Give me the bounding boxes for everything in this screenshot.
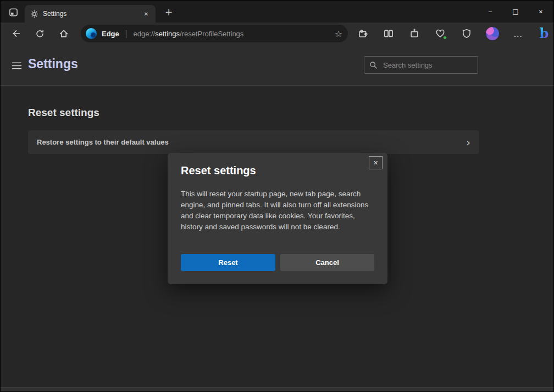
titlebar: Settings ✕ + ─ □ ✕ <box>1 1 553 23</box>
split-screen-icon <box>384 29 394 38</box>
refresh-button[interactable] <box>33 27 46 40</box>
search-icon <box>369 61 378 69</box>
dialog-title: Reset settings <box>181 164 256 177</box>
copilot-icon: b <box>540 27 549 40</box>
browser-window: Settings ✕ + ─ □ ✕ <box>0 0 554 392</box>
address-bar[interactable]: Edge | edge://settings/resetProfileSetti… <box>81 25 348 42</box>
restore-settings-label: Restore settings to their default values <box>37 138 466 146</box>
browser-essentials-button[interactable] <box>433 26 447 41</box>
security-button[interactable] <box>459 26 474 41</box>
extensions-icon <box>358 29 368 38</box>
avatar <box>486 27 499 40</box>
favorite-star-button[interactable]: ☆ <box>335 29 342 39</box>
essentials-status-dot <box>443 36 447 40</box>
settings-header: Settings <box>1 45 553 86</box>
extensions-button[interactable] <box>356 26 370 41</box>
collections-icon <box>409 29 419 38</box>
cancel-button[interactable]: Cancel <box>280 254 374 271</box>
home-button[interactable] <box>57 27 70 40</box>
chevron-right-icon: › <box>466 137 470 148</box>
section-title: Reset settings <box>28 107 99 119</box>
settings-search-input[interactable] <box>382 60 481 70</box>
split-screen-button[interactable] <box>381 26 396 41</box>
shield-icon <box>462 29 472 38</box>
window-bottom-edge <box>1 387 553 391</box>
new-tab-button[interactable]: + <box>162 5 175 19</box>
page-title: Settings <box>28 57 78 71</box>
profile-button[interactable] <box>485 26 500 41</box>
hamburger-icon <box>12 62 22 70</box>
edge-logo-icon <box>86 28 97 39</box>
more-menu-button[interactable]: … <box>511 26 525 41</box>
back-button[interactable] <box>9 27 23 40</box>
back-icon <box>11 29 21 38</box>
close-button[interactable]: ✕ <box>528 1 553 23</box>
tab-title: Settings <box>43 10 141 18</box>
tab-close-button[interactable]: ✕ <box>141 9 151 19</box>
url-host: settings <box>155 30 180 38</box>
tab-actions-button[interactable] <box>7 5 20 19</box>
tab-actions-icon <box>9 8 18 17</box>
toolbar: Edge | edge://settings/resetProfileSetti… <box>1 23 553 45</box>
gear-icon <box>30 10 38 18</box>
refresh-icon <box>35 29 45 38</box>
toolbar-icons: … b <box>356 23 551 45</box>
edge-label: Edge <box>102 30 119 38</box>
settings-menu-button[interactable] <box>10 59 23 72</box>
reset-settings-dialog: ✕ Reset settings This will reset your st… <box>168 153 387 284</box>
maximize-button[interactable]: □ <box>503 1 528 23</box>
reset-button[interactable]: Reset <box>181 254 275 271</box>
tab-settings[interactable]: Settings ✕ <box>25 5 156 23</box>
collections-button[interactable] <box>407 26 422 41</box>
url-path: /resetProfileSettings <box>180 30 243 38</box>
minimize-button[interactable]: ─ <box>478 1 503 23</box>
url-scheme: edge:// <box>133 30 155 38</box>
address-separator: | <box>125 29 128 38</box>
dialog-close-button[interactable]: ✕ <box>369 156 383 169</box>
window-controls: ─ □ ✕ <box>478 1 553 23</box>
home-icon <box>59 29 69 38</box>
dialog-body-text: This will reset your startup page, new t… <box>181 189 375 233</box>
url-text[interactable]: edge://settings/resetProfileSettings <box>133 30 330 38</box>
settings-search-box[interactable] <box>364 56 478 74</box>
copilot-button[interactable]: b <box>537 26 551 41</box>
restore-settings-row[interactable]: Restore settings to their default values… <box>28 130 479 154</box>
